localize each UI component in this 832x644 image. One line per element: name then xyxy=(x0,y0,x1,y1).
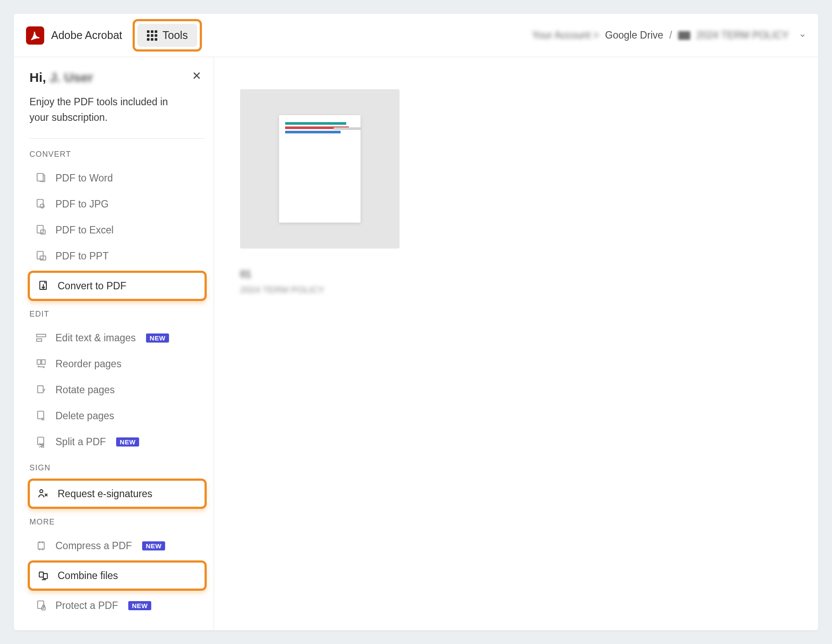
pdf-to-jpg-icon xyxy=(35,197,48,210)
reorder-pages-icon xyxy=(35,357,48,370)
sidebar-item-request-esignatures[interactable]: Request e-signatures xyxy=(30,481,205,507)
grid-icon xyxy=(147,30,157,41)
new-badge: NEW xyxy=(128,601,151,610)
sidebar-item-label: Request e-signatures xyxy=(58,488,153,500)
document-thumbnail[interactable] xyxy=(240,89,400,249)
new-badge: NEW xyxy=(116,437,139,447)
breadcrumb-sep: / xyxy=(670,29,672,41)
svg-rect-18 xyxy=(38,542,44,549)
rotate-pages-icon xyxy=(35,383,48,396)
sidebar-item-label: PDF to Excel xyxy=(55,224,114,236)
section-label-convert: CONVERT xyxy=(29,150,205,159)
svg-rect-20 xyxy=(43,574,47,579)
sidebar-item-label: Convert to PDF xyxy=(58,280,127,292)
sidebar-item-delete-pages[interactable]: Delete pages xyxy=(29,403,205,429)
delete-pages-icon xyxy=(35,409,48,422)
main-content: 01 2024 TERM POLICY xyxy=(214,57,818,630)
sidebar-item-split-pdf[interactable]: Split a PDF NEW xyxy=(29,429,205,455)
svg-rect-9 xyxy=(37,339,42,342)
app-body: Hi, J. User ✕ Enjoy the PDF tools includ… xyxy=(14,57,818,630)
acrobat-logo-icon xyxy=(26,26,44,45)
sidebar-item-label: PDF to JPG xyxy=(55,198,109,210)
sidebar-item-label: Rotate pages xyxy=(55,384,115,396)
breadcrumb-account: Your Account > xyxy=(532,29,599,41)
sidebar-item-convert-to-pdf[interactable]: Convert to PDF xyxy=(30,273,205,299)
esignature-icon xyxy=(37,487,50,500)
tools-button-label: Tools xyxy=(162,29,188,42)
svg-rect-8 xyxy=(37,334,46,337)
tools-button-highlight: Tools xyxy=(133,19,202,52)
svg-rect-13 xyxy=(38,411,44,419)
sidebar-item-label: Combine files xyxy=(58,570,118,582)
app-window: Adobe Acrobat Tools Your Account > Googl… xyxy=(14,14,818,630)
protect-pdf-icon xyxy=(35,599,48,612)
sidebar-item-edit-text-images[interactable]: Edit text & images NEW xyxy=(29,325,205,351)
file-type-icon xyxy=(678,31,690,40)
file-subtitle: 2024 TERM POLICY xyxy=(240,285,792,295)
sidebar-item-label: Protect a PDF xyxy=(55,600,118,612)
combine-files-icon xyxy=(37,569,50,582)
breadcrumb-file[interactable]: 2024 TERM POLICY xyxy=(696,29,789,41)
sidebar-item-pdf-to-ppt[interactable]: PDF to PPT xyxy=(29,243,205,269)
highlight-convert-to-pdf: Convert to PDF xyxy=(28,271,207,301)
app-header: Adobe Acrobat Tools Your Account > Googl… xyxy=(14,14,818,57)
section-label-edit: EDIT xyxy=(29,310,205,319)
header-left: Adobe Acrobat Tools xyxy=(26,19,202,52)
sidebar-item-label: Delete pages xyxy=(55,410,114,422)
sidebar-item-label: Reorder pages xyxy=(55,358,121,370)
breadcrumb: Your Account > Google Drive / 2024 TERM … xyxy=(532,29,806,41)
greeting-subtext: Enjoy the PDF tools included in your sub… xyxy=(29,94,185,125)
close-icon[interactable]: ✕ xyxy=(188,70,205,81)
tools-button[interactable]: Tools xyxy=(137,24,197,47)
sidebar-item-label: Split a PDF xyxy=(55,436,106,448)
sidebar-item-compress-pdf[interactable]: Compress a PDF NEW xyxy=(29,533,205,559)
pdf-to-word-icon xyxy=(35,172,48,184)
breadcrumb-drive[interactable]: Google Drive xyxy=(605,29,663,41)
section-label-more: MORE xyxy=(29,518,205,527)
svg-rect-0 xyxy=(37,174,43,181)
svg-rect-12 xyxy=(38,386,43,393)
divider xyxy=(29,138,205,139)
svg-point-17 xyxy=(40,490,43,493)
greeting-row: Hi, J. User ✕ xyxy=(29,70,205,85)
sidebar-item-label: PDF to PPT xyxy=(55,250,109,262)
svg-rect-11 xyxy=(42,360,45,365)
new-badge: NEW xyxy=(146,333,169,343)
convert-to-pdf-icon xyxy=(37,279,50,292)
sidebar-item-label: Edit text & images xyxy=(55,332,136,344)
file-title: 01 xyxy=(240,269,792,280)
app-name: Adobe Acrobat xyxy=(51,29,122,42)
sidebar-item-rotate-pages[interactable]: Rotate pages xyxy=(29,377,205,403)
sidebar-item-reorder-pages[interactable]: Reorder pages xyxy=(29,351,205,377)
greeting-name: J. User xyxy=(50,70,93,84)
sidebar-item-pdf-to-jpg[interactable]: PDF to JPG xyxy=(29,191,205,217)
pdf-to-ppt-icon xyxy=(35,249,48,262)
pdf-to-excel-icon xyxy=(35,223,48,236)
sidebar-item-combine-files[interactable]: Combine files xyxy=(30,563,205,589)
svg-rect-19 xyxy=(39,572,43,577)
chevron-down-icon[interactable] xyxy=(799,32,806,39)
sidebar-item-pdf-to-word[interactable]: PDF to Word xyxy=(29,165,205,191)
highlight-request-esignatures: Request e-signatures xyxy=(28,479,207,509)
section-label-sign: SIGN xyxy=(29,463,205,472)
split-pdf-icon xyxy=(35,435,48,448)
svg-rect-3 xyxy=(37,226,43,233)
svg-rect-10 xyxy=(37,360,41,365)
sidebar: Hi, J. User ✕ Enjoy the PDF tools includ… xyxy=(14,57,214,630)
new-badge: NEW xyxy=(142,541,165,550)
highlight-combine-files: Combine files xyxy=(28,560,207,591)
sidebar-item-protect-pdf[interactable]: Protect a PDF NEW xyxy=(29,592,205,618)
edit-text-icon xyxy=(35,331,48,344)
greeting-prefix: Hi, xyxy=(29,70,46,84)
sidebar-item-label: Compress a PDF xyxy=(55,540,132,552)
sidebar-item-label: PDF to Word xyxy=(55,172,113,184)
greeting: Hi, J. User xyxy=(29,70,93,85)
sidebar-item-pdf-to-excel[interactable]: PDF to Excel xyxy=(29,217,205,243)
document-preview-icon xyxy=(279,115,361,223)
compress-pdf-icon xyxy=(35,539,48,552)
